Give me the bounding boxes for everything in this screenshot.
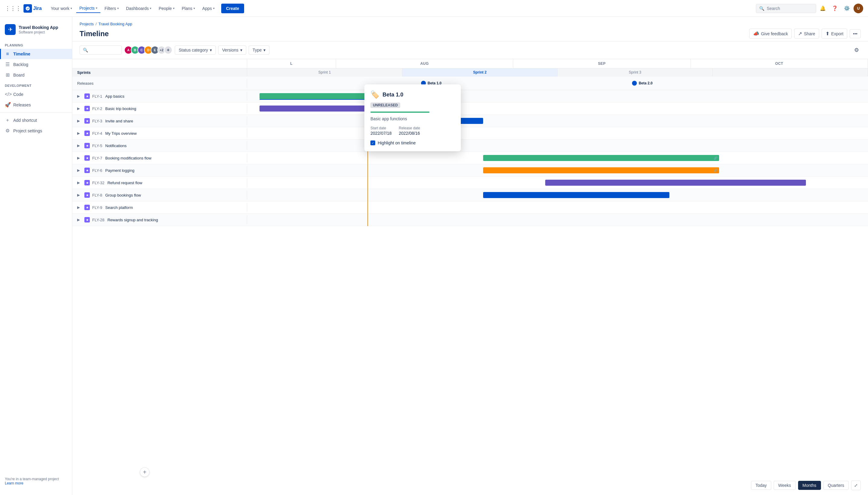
quarters-button[interactable]: Quarters — [823, 481, 849, 490]
nav-plans[interactable]: Plans ▾ — [179, 4, 198, 13]
add-avatar-button[interactable]: + — [164, 46, 172, 54]
sprint-1: Sprint 1 — [247, 68, 402, 76]
releases-icon: 🚀 — [5, 102, 10, 108]
nav-projects[interactable]: Projects ▾ — [76, 4, 100, 13]
table-row: ▶ ★ FLY-8 Group bookings flow — [72, 189, 868, 201]
notifications-icon[interactable]: 🔔 — [817, 3, 828, 14]
export-button[interactable]: ⬆ Export — [821, 29, 847, 39]
grid-icon[interactable]: ⋮⋮⋮ — [5, 5, 21, 12]
issue-label-col: ▶ ★ FLY-28 Rewards signup and tracking — [72, 215, 247, 224]
issue-key: FLY-4 — [92, 131, 102, 136]
expand-button[interactable]: ▶ — [77, 131, 82, 135]
issue-icon: ★ — [84, 180, 90, 185]
expand-button[interactable]: ▶ — [77, 205, 82, 209]
more-actions-button[interactable]: ••• — [850, 29, 861, 38]
search-box[interactable]: 🔍 Search — [756, 4, 816, 13]
nav-apps[interactable]: Apps ▾ — [199, 4, 218, 13]
release-popup: 🏷️ Beta 1.0 UNRELEASED Basic app functio… — [364, 84, 461, 151]
settings-icon[interactable]: ⚙️ — [841, 3, 852, 14]
sprints-timeline: Sprint 1 Sprint 2 Sprint 3 — [247, 68, 868, 76]
toolbar-search[interactable]: 🔍 — [80, 46, 122, 54]
popup-start-date-col: Start date 2022/07/18 — [370, 126, 392, 136]
timeline-container[interactable]: L AUG SEP OCT Sprints Sprint 1 Sprint 2 … — [72, 59, 868, 495]
expand-all-button[interactable]: ⤢ — [851, 480, 861, 490]
gear-icon: ⚙ — [5, 128, 10, 134]
nav-your-work[interactable]: Your work ▾ — [48, 4, 75, 13]
sidebar-item-code[interactable]: </> Code — [0, 89, 72, 100]
give-feedback-button[interactable]: 📣 Give feedback — [749, 29, 792, 39]
share-button[interactable]: ↗ Share — [794, 29, 819, 39]
type-filter[interactable]: Type ▾ — [249, 46, 270, 54]
expand-button[interactable]: ▶ — [77, 119, 82, 123]
breadcrumb-project-name[interactable]: Travel Booking App — [99, 22, 132, 26]
popup-description: Basic app functions — [370, 116, 455, 121]
status-category-filter[interactable]: Status category ▾ — [175, 46, 216, 54]
expand-button[interactable]: ▶ — [77, 218, 82, 222]
expand-button[interactable]: ▶ — [77, 94, 82, 98]
timeline-icon: ≡ — [5, 51, 10, 57]
table-row: ▶ ★ FLY-9 Search platform — [72, 201, 868, 214]
feedback-icon: 📣 — [753, 31, 759, 36]
expand-button[interactable]: ▶ — [77, 181, 82, 185]
issue-bar[interactable]: 🔗 — [483, 155, 719, 161]
sidebar-item-releases[interactable]: 🚀 Releases — [0, 100, 72, 110]
chevron-down-icon: ▾ — [240, 48, 242, 52]
user-avatar[interactable]: U — [853, 4, 863, 13]
chevron-down-icon: ▾ — [213, 7, 214, 10]
popup-title: Beta 1.0 — [382, 92, 403, 98]
timeline-settings-icon[interactable]: ⚙ — [852, 45, 861, 55]
sidebar-item-backlog[interactable]: ☰ Backlog — [0, 59, 72, 70]
beta-2-release-dot[interactable]: Beta 2.0 — [632, 81, 653, 86]
expand-button[interactable]: ▶ — [77, 106, 82, 110]
chevron-down-icon: ▾ — [150, 7, 151, 10]
sidebar-project[interactable]: ✈ Travel Booking App Software project — [0, 22, 72, 40]
issue-key: FLY-28 — [92, 218, 104, 222]
nav-dashboards[interactable]: Dashboards ▾ — [123, 4, 155, 13]
expand-button[interactable]: ▶ — [77, 143, 82, 148]
development-label: DEVELOPMENT — [0, 80, 72, 89]
chevron-down-icon: ▾ — [210, 48, 212, 52]
nav-filters[interactable]: Filters ▾ — [102, 4, 122, 13]
main-content: Projects / Travel Booking App Timeline 📣… — [72, 17, 868, 495]
issue-icon: ★ — [84, 217, 90, 222]
sidebar-item-board[interactable]: ⊞ Board — [0, 70, 72, 80]
project-icon: ✈ — [5, 24, 16, 35]
chevron-down-icon: ▾ — [173, 7, 174, 10]
table-row: ▶ ★ FLY-28 Rewards signup and tracking — [72, 214, 868, 226]
search-icon: 🔍 — [759, 6, 764, 11]
versions-filter[interactable]: Versions ▾ — [218, 46, 246, 54]
add-shortcut-icon: + — [5, 118, 10, 123]
search-icon: 🔍 — [83, 48, 88, 52]
chevron-down-icon: ▾ — [263, 48, 265, 52]
issue-bar[interactable]: 🔗 — [483, 167, 719, 173]
issue-bar-col — [247, 201, 868, 214]
issue-bar[interactable] — [545, 180, 806, 186]
sidebar-item-project-settings[interactable]: ⚙ Project settings — [0, 125, 72, 136]
nav-people[interactable]: People ▾ — [156, 4, 177, 13]
issue-bar[interactable] — [483, 192, 670, 198]
add-issue-button[interactable]: + — [140, 467, 150, 477]
expand-button[interactable]: ▶ — [77, 156, 82, 160]
learn-more-link[interactable]: Learn more — [5, 481, 23, 485]
sidebar-item-add-shortcut[interactable]: + Add shortcut — [0, 115, 72, 125]
popup-highlight-checkbox[interactable]: ✓ Highlight on timeline — [370, 140, 455, 145]
issue-bar-col — [247, 177, 868, 189]
releases-timeline: Beta 1.0 Beta 2.0 — [247, 76, 868, 90]
expand-button[interactable]: ▶ — [77, 168, 82, 172]
jira-logo-icon — [23, 4, 32, 13]
breadcrumb-projects[interactable]: Projects — [80, 22, 94, 26]
checkbox-checked-icon: ✓ — [370, 140, 375, 145]
weeks-button[interactable]: Weeks — [774, 481, 796, 490]
popup-status-badge: UNRELEASED — [370, 102, 400, 108]
expand-button[interactable]: ▶ — [77, 193, 82, 197]
issue-label-col: ▶ ★ FLY-8 Group bookings flow — [72, 190, 247, 200]
help-icon[interactable]: ❓ — [829, 3, 840, 14]
jira-logo[interactable]: Jira — [23, 4, 41, 13]
create-button[interactable]: Create — [221, 4, 244, 13]
months-button[interactable]: Months — [798, 481, 821, 490]
issue-name: Refund request flow — [107, 181, 142, 185]
sidebar-item-timeline[interactable]: ≡ Timeline — [0, 49, 72, 59]
today-button[interactable]: Today — [751, 481, 771, 490]
timeline-months: L AUG SEP OCT — [247, 59, 868, 68]
issue-key: FLY-6 — [92, 168, 102, 173]
